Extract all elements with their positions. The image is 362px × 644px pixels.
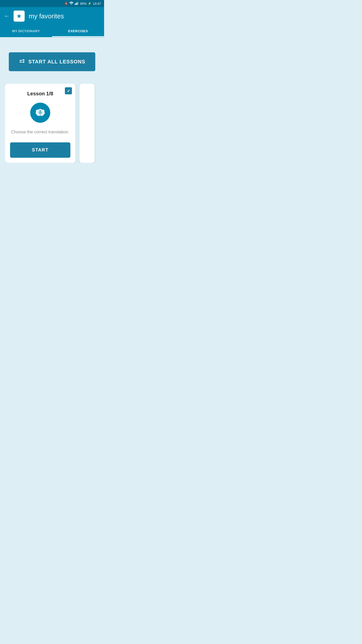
battery-percentage: 95% (80, 2, 86, 6)
brain-circle (30, 103, 50, 123)
svg-rect-4 (78, 2, 78, 5)
start-all-lessons-button[interactable]: START ALL LESSONS (9, 52, 96, 71)
next-card-partial (79, 84, 95, 163)
lesson-card: ✓ Lesson 1/8 Choose the correct translat… (5, 84, 75, 163)
tab-dictionary[interactable]: MY DICTIONARY (0, 25, 52, 37)
back-button[interactable]: ← (4, 13, 10, 19)
svg-rect-2 (76, 3, 76, 5)
check-icon: ✓ (67, 89, 70, 93)
page-title: my favorites (29, 12, 64, 20)
start-all-label: START ALL LESSONS (28, 59, 85, 65)
wifi-icon (69, 2, 73, 6)
app-bar: ← ★ my favorites (0, 7, 104, 25)
signal-icon (75, 2, 79, 6)
svg-rect-3 (77, 3, 77, 5)
svg-rect-1 (75, 4, 75, 5)
star-icon: ★ (16, 13, 22, 20)
shuffle-icon (19, 58, 25, 66)
mute-icon: 🔇 (64, 2, 68, 5)
svg-point-0 (71, 4, 72, 5)
main-content: START ALL LESSONS ✓ Lesson 1/8 Choose th… (0, 37, 104, 188)
lesson-checkbox[interactable]: ✓ (65, 87, 72, 94)
status-icons: 🔇 95% ⚡ 14:47 (64, 2, 101, 6)
lesson-title: Lesson 1/8 (10, 91, 70, 97)
cards-container: ✓ Lesson 1/8 Choose the correct translat… (5, 84, 99, 163)
lesson-description: Choose the correct translation. (10, 129, 70, 135)
start-lesson-button[interactable]: START (10, 142, 70, 158)
brain-icon (34, 107, 46, 118)
tab-exercises[interactable]: EXERCISES (52, 25, 104, 37)
time-display: 14:47 (93, 2, 101, 6)
tab-bar: MY DICTIONARY EXERCISES (0, 25, 104, 37)
charging-icon: ⚡ (88, 2, 92, 5)
status-bar: 🔇 95% ⚡ 14:47 (0, 0, 104, 7)
folder-icon: ★ (14, 11, 25, 22)
